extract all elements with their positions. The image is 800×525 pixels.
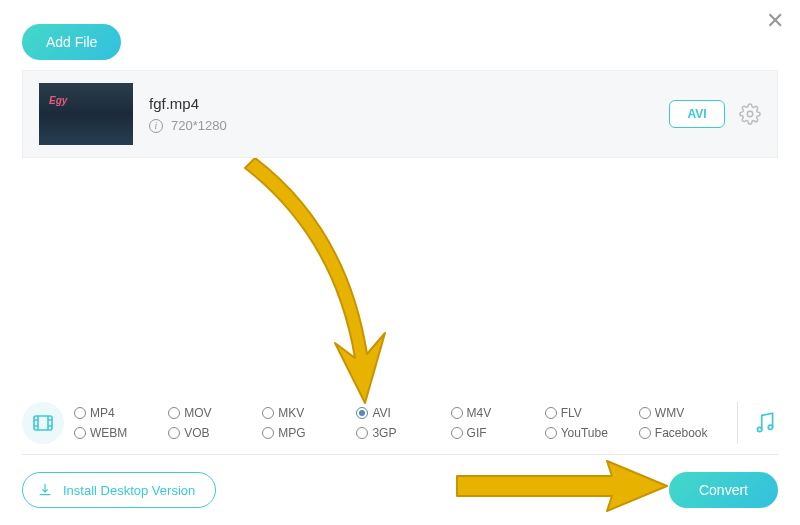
svg-rect-1: [34, 416, 52, 430]
format-label: MOV: [184, 406, 211, 420]
install-desktop-button[interactable]: Install Desktop Version: [22, 472, 216, 508]
radio-icon: [74, 407, 86, 419]
file-name: fgf.mp4: [149, 95, 227, 112]
svg-point-2: [757, 427, 761, 431]
format-option-3gp[interactable]: 3GP: [356, 426, 446, 440]
file-meta: i 720*1280: [149, 118, 227, 133]
convert-button[interactable]: Convert: [669, 472, 778, 508]
svg-point-0: [747, 111, 753, 117]
annotation-arrow-to-avi: [205, 158, 425, 418]
audio-formats-icon[interactable]: [737, 402, 778, 444]
radio-icon: [451, 427, 463, 439]
format-label: MPG: [278, 426, 305, 440]
format-option-mkv[interactable]: MKV: [262, 406, 352, 420]
format-label: WEBM: [90, 426, 127, 440]
radio-icon: [262, 407, 274, 419]
video-thumbnail: Egy: [39, 83, 133, 145]
file-card: Egy fgf.mp4 i 720*1280 AVI: [22, 70, 778, 158]
video-format-grid: MP4MOVMKVAVIM4VFLVWMVWEBMVOBMPG3GPGIFYou…: [74, 406, 729, 440]
selected-format-button[interactable]: AVI: [669, 100, 725, 128]
radio-icon: [356, 427, 368, 439]
info-icon: i: [149, 119, 163, 133]
format-label: 3GP: [372, 426, 396, 440]
format-option-vob[interactable]: VOB: [168, 426, 258, 440]
format-option-avi[interactable]: AVI: [356, 406, 446, 420]
format-option-wmv[interactable]: WMV: [639, 406, 729, 420]
download-icon: [37, 482, 53, 498]
format-label: FLV: [561, 406, 582, 420]
format-label: Facebook: [655, 426, 708, 440]
format-option-m4v[interactable]: M4V: [451, 406, 541, 420]
format-label: WMV: [655, 406, 684, 420]
format-option-youtube[interactable]: YouTube: [545, 426, 635, 440]
format-label: M4V: [467, 406, 492, 420]
gear-icon[interactable]: [739, 103, 761, 125]
format-label: MKV: [278, 406, 304, 420]
radio-icon: [168, 427, 180, 439]
install-desktop-label: Install Desktop Version: [63, 483, 195, 498]
format-label: YouTube: [561, 426, 608, 440]
format-option-flv[interactable]: FLV: [545, 406, 635, 420]
formats-panel: MP4MOVMKVAVIM4VFLVWMVWEBMVOBMPG3GPGIFYou…: [22, 396, 778, 455]
format-option-mp4[interactable]: MP4: [74, 406, 164, 420]
format-label: VOB: [184, 426, 209, 440]
format-option-mov[interactable]: MOV: [168, 406, 258, 420]
video-formats-icon: [22, 402, 64, 444]
radio-icon: [356, 407, 368, 419]
radio-icon: [451, 407, 463, 419]
radio-icon: [545, 407, 557, 419]
radio-icon: [545, 427, 557, 439]
close-icon[interactable]: ✕: [766, 8, 784, 34]
radio-icon: [639, 407, 651, 419]
radio-icon: [74, 427, 86, 439]
format-label: MP4: [90, 406, 115, 420]
file-resolution: 720*1280: [171, 118, 227, 133]
radio-icon: [639, 427, 651, 439]
radio-icon: [168, 407, 180, 419]
footer: Install Desktop Version Convert: [22, 472, 778, 508]
format-option-webm[interactable]: WEBM: [74, 426, 164, 440]
svg-point-3: [768, 425, 772, 429]
format-label: AVI: [372, 406, 390, 420]
format-option-mpg[interactable]: MPG: [262, 426, 352, 440]
format-label: GIF: [467, 426, 487, 440]
thumbnail-overlay-text: Egy: [49, 95, 67, 106]
file-info: fgf.mp4 i 720*1280: [149, 95, 227, 133]
radio-icon: [262, 427, 274, 439]
add-file-button[interactable]: Add File: [22, 24, 121, 60]
format-option-gif[interactable]: GIF: [451, 426, 541, 440]
format-option-facebook[interactable]: Facebook: [639, 426, 729, 440]
